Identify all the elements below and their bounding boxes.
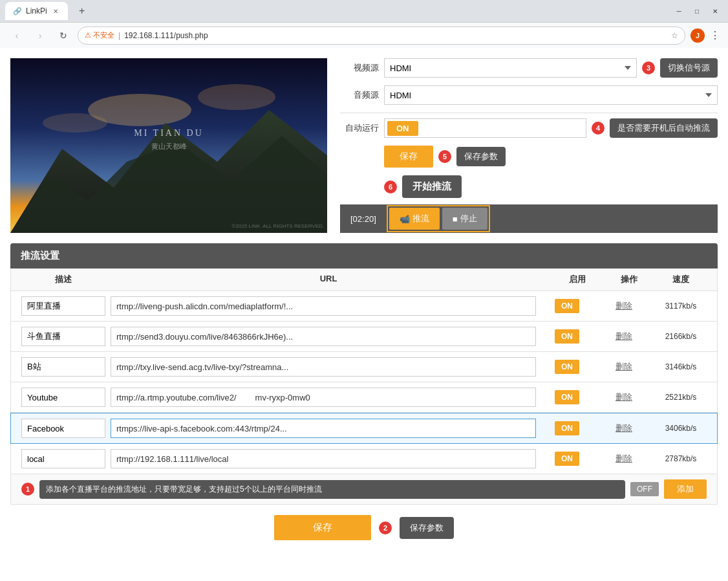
- save-params-hint-top: 保存参数: [456, 147, 506, 166]
- svg-point-3: [43, 113, 107, 133]
- desc-input-douyu[interactable]: [21, 327, 105, 346]
- save-button-bottom[interactable]: 保存: [274, 515, 371, 540]
- window-controls: ─ □ ✕: [671, 3, 723, 19]
- table-row: ON 删除 2166kb/s: [10, 322, 718, 352]
- table-row: ON 删除 2787kb/s: [10, 444, 718, 474]
- auto-run-hint: 是否需要开机后自动推流: [610, 118, 718, 138]
- auto-run-row: 自动运行 ON 4 是否需要开机后自动推流: [340, 118, 718, 138]
- video-source-select[interactable]: HDMI: [384, 58, 637, 78]
- maximize-button[interactable]: □: [689, 3, 705, 19]
- auto-run-toggle[interactable]: ON: [387, 121, 418, 136]
- back-button[interactable]: ‹: [8, 27, 26, 45]
- badge-1: 1: [21, 483, 34, 496]
- url-input-local[interactable]: [111, 449, 536, 468]
- switch-signal-hint: 切换信号源: [660, 58, 718, 78]
- desc-input-facebook[interactable]: [21, 419, 105, 438]
- tab-close-button[interactable]: ✕: [51, 6, 60, 16]
- save-button-top[interactable]: 保存: [384, 146, 433, 168]
- video-preview: MI TIAN DU 黄山天都峰 ©2015 LINK. ALL RIGHTS …: [10, 58, 327, 233]
- desc-input-alilive[interactable]: [21, 296, 105, 316]
- time-display: [02:20]: [350, 214, 376, 224]
- stop-icon: ■: [453, 214, 458, 224]
- url-input-youtube[interactable]: [111, 388, 536, 407]
- delete-btn-bilibili[interactable]: 删除: [616, 361, 632, 373]
- table-row: ON 删除 3406kb/s: [10, 413, 718, 444]
- speed-local: 2787kb/s: [655, 454, 707, 463]
- profile-icon[interactable]: J: [691, 28, 705, 43]
- delete-btn-alilive[interactable]: 删除: [616, 300, 632, 312]
- audio-source-row: 音频源 HDMI: [340, 85, 718, 105]
- menu-icon[interactable]: ⋮: [710, 29, 720, 41]
- audio-source-select[interactable]: HDMI: [384, 85, 718, 105]
- delete-btn-facebook[interactable]: 删除: [616, 422, 632, 434]
- badge-6: 6: [384, 181, 397, 193]
- close-button[interactable]: ✕: [707, 3, 723, 19]
- new-stream-toggle[interactable]: OFF: [630, 482, 659, 496]
- col-url: URL: [105, 274, 551, 285]
- auto-run-label: 自动运行: [340, 122, 379, 134]
- col-enabled: 启用: [551, 274, 603, 285]
- top-section: MI TIAN DU 黄山天都峰 ©2015 LINK. ALL RIGHTS …: [10, 58, 718, 233]
- forward-button[interactable]: ›: [31, 27, 49, 45]
- audio-source-label: 音频源: [340, 89, 379, 101]
- svg-point-2: [198, 84, 275, 110]
- browser-window: 🔗 LinkPi ✕ + ─ □ ✕ ‹ › ↻ ⚠ 不安全 | 192.168…: [0, 0, 728, 581]
- video-source-row: 视频源 HDMI 3 切换信号源: [340, 58, 718, 78]
- enable-toggle-youtube[interactable]: ON: [555, 390, 579, 404]
- security-warning: ⚠ 不安全: [85, 30, 114, 40]
- new-tab-button[interactable]: +: [73, 2, 91, 20]
- speed-youtube: 2521kb/s: [655, 393, 707, 402]
- page-content: MI TIAN DU 黄山天都峰 ©2015 LINK. ALL RIGHTS …: [0, 48, 728, 581]
- delete-btn-douyu[interactable]: 删除: [616, 331, 632, 342]
- warning-text: 不安全: [93, 30, 114, 40]
- enable-toggle-douyu[interactable]: ON: [555, 329, 579, 344]
- badge-5: 5: [438, 150, 451, 163]
- camera-icon: 📹: [400, 214, 410, 224]
- stream-stop-button[interactable]: ■ 停止: [442, 208, 487, 230]
- add-stream-button[interactable]: 添加: [664, 479, 707, 499]
- section-header: 推流设置: [10, 243, 718, 269]
- save-params-hint-bottom: 保存参数: [400, 517, 454, 539]
- add-row: 1 添加各个直播平台的推流地址，只要带宽足够，支持超过5个以上的平台同时推流 O…: [10, 474, 718, 505]
- enable-toggle-alilive[interactable]: ON: [555, 299, 579, 313]
- title-bar: 🔗 LinkPi ✕ + ─ □ ✕: [0, 0, 728, 22]
- speed-douyu: 2166kb/s: [655, 332, 707, 341]
- enable-toggle-facebook[interactable]: ON: [555, 421, 579, 435]
- delete-btn-local[interactable]: 删除: [616, 453, 632, 465]
- add-hint-text: 添加各个直播平台的推流地址，只要带宽足够，支持超过5个以上的平台同时推流: [39, 480, 625, 499]
- url-bar[interactable]: ⚠ 不安全 | 192.168.1.111/push.php ☆: [78, 27, 685, 45]
- browser-tab[interactable]: 🔗 LinkPi ✕: [5, 2, 68, 20]
- url-input-alilive[interactable]: [111, 296, 536, 316]
- video-source-label: 视频源: [340, 62, 379, 74]
- stream-settings: 推流设置 描述 URL 启用 操作 速度 ON 删除 3117kb/s: [10, 243, 718, 505]
- col-speed: 速度: [655, 274, 707, 285]
- speed-alilive: 3117kb/s: [655, 301, 707, 311]
- stream-btn-label: 推流: [412, 213, 429, 225]
- svg-text:MI TIAN DU: MI TIAN DU: [134, 128, 204, 138]
- desc-input-youtube[interactable]: [21, 388, 105, 407]
- desc-input-local[interactable]: [21, 449, 105, 468]
- badge-4: 4: [592, 122, 605, 135]
- bookmark-icon[interactable]: ☆: [671, 31, 678, 40]
- svg-text:©2015 LINK. ALL RIGHTS RESERVE: ©2015 LINK. ALL RIGHTS RESERVED.: [232, 223, 324, 229]
- bottom-control-bar: [02:20] 📹 推流 ■ 停止: [340, 204, 718, 233]
- url-input-bilibili[interactable]: [111, 357, 536, 377]
- auto-run-input-box: ON: [384, 118, 586, 138]
- stop-btn-label: 停止: [460, 213, 477, 225]
- enable-toggle-local[interactable]: ON: [555, 452, 579, 466]
- desc-input-bilibili[interactable]: [21, 357, 105, 377]
- table-row: ON 删除 3146kb/s: [10, 352, 718, 382]
- start-stream-hint: 开始推流: [402, 175, 462, 198]
- refresh-button[interactable]: ↻: [54, 27, 72, 45]
- minimize-button[interactable]: ─: [671, 3, 687, 19]
- badge-3: 3: [642, 61, 655, 74]
- controls-panel: 视频源 HDMI 3 切换信号源 音频源 HDMI: [340, 58, 718, 233]
- table-row: ON 删除 3117kb/s: [10, 291, 718, 322]
- warning-icon: ⚠: [85, 31, 91, 39]
- delete-btn-youtube[interactable]: 删除: [616, 391, 632, 403]
- stream-start-button[interactable]: 📹 推流: [389, 208, 440, 230]
- enable-toggle-bilibili[interactable]: ON: [555, 360, 579, 374]
- url-input-facebook[interactable]: [111, 419, 536, 438]
- table-header: 描述 URL 启用 操作 速度: [10, 269, 718, 291]
- url-input-douyu[interactable]: [111, 327, 536, 346]
